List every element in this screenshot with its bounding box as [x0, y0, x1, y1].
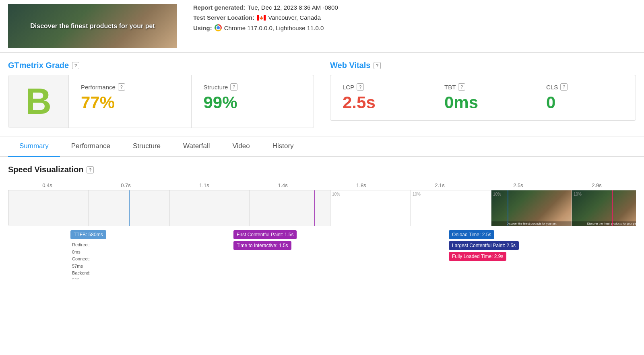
structure-label: Structure: [204, 84, 228, 91]
canada-flag-icon: 🍁: [257, 15, 266, 21]
tab-structure[interactable]: Structure: [122, 136, 172, 157]
frame-1: [89, 190, 169, 226]
speed-vis-help[interactable]: ?: [87, 166, 94, 173]
using-label: Using:: [193, 25, 212, 31]
using-value: Chrome 117.0.0.0, Lighthouse 11.0.0: [224, 25, 324, 31]
tab-summary[interactable]: Summary: [8, 136, 60, 157]
structure-value: 99%: [204, 93, 302, 112]
timeline-wrapper: 0.4s 0.7s 1.1s 1.4s 1.8s 2.1s 2.5s 2.9s …: [8, 181, 636, 279]
fully-loaded-line: [612, 190, 613, 226]
ruler-7: 2.9s: [557, 181, 636, 190]
gtmetrix-grade-block: GTmetrix Grade ? B Performance ? 77% Str…: [8, 61, 314, 128]
frame-4: 10%: [330, 190, 411, 226]
fcp-badge: First Contentful Paint: 1.5s: [233, 230, 297, 239]
tbt-cell: TBT ? 0ms: [432, 75, 534, 120]
lcp-label: LCP ?: [343, 83, 420, 91]
ruler-1: 0.7s: [87, 181, 165, 190]
frame-6-percent: 10%: [493, 192, 501, 196]
web-vitals-label: Web Vitals: [330, 61, 370, 70]
frames-row: 10% 10% Discover the finest products for…: [8, 190, 636, 225]
report-generated-value: Tue, Dec 12, 2023 8:36 AM -0800: [248, 4, 338, 11]
frame-6-text: Discover the finest products for your pe…: [491, 221, 572, 226]
grade-card: B Performance ? 77% Structure ? 99%: [8, 75, 314, 128]
report-generated-label: Report generated:: [193, 4, 245, 11]
grades-section: GTmetrix Grade ? B Performance ? 77% Str…: [0, 53, 644, 136]
server-location-label: Test Server Location:: [193, 14, 254, 21]
svg-text:🍁: 🍁: [259, 16, 264, 21]
tti-badge: Time to Interactive: 1.5s: [233, 241, 291, 250]
web-vitals-title: Web Vitals ?: [330, 61, 636, 70]
tab-video[interactable]: Video: [221, 136, 261, 157]
frame-3: [250, 190, 330, 226]
performance-help[interactable]: ?: [118, 83, 125, 91]
ttfb-sub: Redirect: 0msConnect: 57msBackend: 523ms: [72, 241, 91, 279]
annotations-area: TTFB: 580ms Redirect: 0msConnect: 57msBa…: [8, 227, 636, 279]
frame-7-text: Discover the finest products for your pe…: [572, 221, 636, 226]
ruler-3: 1.4s: [244, 181, 322, 190]
cls-help[interactable]: ?: [560, 83, 568, 91]
tabs-section: Summary Performance Structure Waterfall …: [0, 136, 644, 157]
lcp-help[interactable]: ?: [357, 83, 364, 91]
tbt-value: 0ms: [444, 93, 522, 112]
tbt-label: TBT ?: [444, 83, 522, 91]
report-info: Report generated: Tue, Dec 12, 2023 8:36…: [177, 4, 338, 31]
speed-vis-title: Speed Visualization ?: [8, 165, 636, 174]
fully-loaded-badge: Fully Loaded Time: 2.9s: [449, 252, 506, 261]
gtmetrix-grade-help[interactable]: ?: [72, 62, 79, 69]
lcp-cell: LCP ? 2.5s: [330, 75, 432, 120]
site-thumbnail: Discover the finest products for your pe…: [8, 4, 177, 48]
onload-badge: Onload Time: 2.5s: [449, 230, 494, 239]
frame-5: 10%: [411, 190, 491, 226]
server-location-value: Vancouver, Canada: [268, 14, 321, 21]
frame-6-img: Discover the finest products for your pe…: [491, 190, 572, 226]
svg-rect-2: [264, 15, 266, 21]
performance-label: Performance: [81, 84, 116, 91]
lcp-annot-badge: Largest Contentful Paint: 2.5s: [449, 241, 519, 250]
top-section: Discover the finest products for your pe…: [0, 0, 644, 53]
ruler-row: 0.4s 0.7s 1.1s 1.4s 1.8s 2.1s 2.5s 2.9s: [8, 181, 636, 190]
lcp-text: LCP: [343, 84, 354, 91]
structure-metric-label: Structure ?: [204, 83, 302, 91]
tbt-help[interactable]: ?: [458, 83, 465, 91]
svg-rect-0: [257, 15, 259, 21]
ttfb-line: [129, 190, 130, 226]
ttfb-badge: TTFB: 580ms: [70, 230, 106, 239]
ruler-6: 2.5s: [479, 181, 557, 190]
structure-help[interactable]: ?: [230, 83, 237, 91]
grade-metrics: Performance ? 77% Structure ? 99%: [69, 75, 314, 128]
tab-history[interactable]: History: [261, 136, 305, 157]
content-section: Speed Visualization ? 0.4s 0.7s 1.1s 1.4…: [0, 157, 644, 287]
grade-letter: B: [25, 83, 52, 120]
frame-7: Discover the finest products for your pe…: [572, 190, 636, 226]
frame-2: [169, 190, 250, 226]
ruler-0: 0.4s: [8, 181, 87, 190]
cls-value: 0: [546, 93, 623, 112]
lcp-value: 2.5s: [343, 93, 420, 112]
ruler-2: 1.1s: [165, 181, 244, 190]
web-vitals-help[interactable]: ?: [374, 62, 381, 69]
tab-waterfall[interactable]: Waterfall: [172, 136, 221, 157]
grade-letter-cell: B: [8, 75, 69, 128]
site-thumbnail-text: Discover the finest products for your pe…: [30, 22, 155, 31]
tbt-text: TBT: [444, 84, 456, 91]
report-generated-row: Report generated: Tue, Dec 12, 2023 8:36…: [193, 4, 338, 11]
tab-performance[interactable]: Performance: [60, 136, 122, 157]
cls-label: CLS ?: [546, 83, 623, 91]
onload-line: [508, 190, 508, 226]
gtmetrix-grade-label: GTmetrix Grade: [8, 61, 69, 70]
speed-vis-label: Speed Visualization: [8, 165, 83, 174]
fcp-line: [314, 190, 315, 226]
chrome-icon: [215, 24, 222, 31]
ruler-4: 1.8s: [322, 181, 400, 190]
gtmetrix-grade-title: GTmetrix Grade ?: [8, 61, 314, 70]
performance-value: 77%: [81, 93, 179, 112]
using-row: Using: Chrome 117.0.0.0, Lighthouse 11.0…: [193, 24, 338, 31]
web-vitals-block: Web Vitals ? LCP ? 2.5s TBT ? 0ms CLS: [330, 61, 636, 128]
ruler-5: 2.1s: [400, 181, 479, 190]
web-vitals-card: LCP ? 2.5s TBT ? 0ms CLS ? 0: [330, 75, 636, 121]
structure-metric-cell: Structure ? 99%: [192, 75, 314, 128]
performance-metric-cell: Performance ? 77%: [69, 75, 192, 128]
performance-metric-label: Performance ?: [81, 83, 179, 91]
server-location-row: Test Server Location: 🍁 Vancouver, Canad…: [193, 14, 338, 21]
frame-4-percent: 10%: [332, 192, 340, 196]
